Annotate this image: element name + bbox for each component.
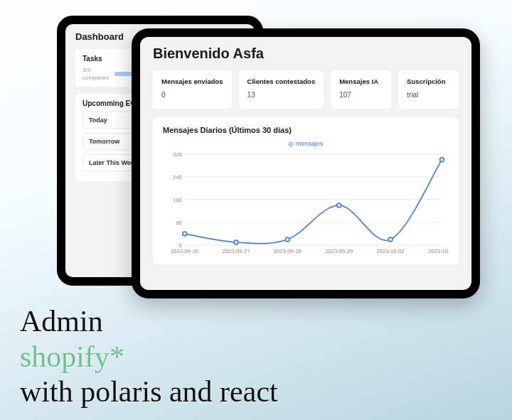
svg-point-18	[285, 237, 289, 242]
svg-text:2023-09-29: 2023-09-29	[325, 248, 353, 254]
headline-line2: shopify*	[20, 340, 278, 375]
svg-point-17	[234, 240, 238, 244]
svg-point-21	[440, 158, 444, 162]
stat-value: 13	[247, 91, 316, 99]
stat-card-mensajes-enviados: Mensajes enviados 0	[153, 70, 232, 109]
legend-label: mensajes	[296, 140, 324, 147]
y-axis: 080160240320	[173, 151, 182, 249]
svg-text:160: 160	[173, 197, 182, 203]
svg-text:2023-09-26: 2023-09-26	[171, 248, 198, 254]
headline-line1: Admin	[20, 304, 278, 340]
headline-line3: with polaris and react	[20, 375, 278, 410]
legend-marker-icon	[289, 142, 293, 146]
svg-text:320: 320	[173, 151, 182, 158]
tasks-progress-text: 3/3	[82, 67, 109, 73]
marketing-headline: Admin shopify* with polaris and react	[20, 304, 278, 410]
stat-label: Mensajes enviados	[161, 77, 223, 85]
chart-grid	[185, 154, 442, 245]
page-title: Bienvenido Asfa	[153, 45, 459, 62]
x-axis: 2023-09-262023-09-272023-09-282023-09-29…	[171, 248, 449, 254]
stat-card-suscripcion: Suscripción trial	[398, 70, 459, 109]
svg-text:240: 240	[173, 174, 182, 181]
svg-text:0: 0	[179, 242, 182, 249]
stat-value: 0	[161, 91, 223, 99]
foreground-tablet: Bienvenido Asfa Mensajes enviados 0 Clie…	[132, 28, 480, 298]
stat-value: trial	[407, 91, 450, 99]
stat-label: Mensajes IA	[339, 77, 383, 85]
series-points	[183, 158, 444, 244]
tasks-completed-text: completed	[82, 75, 109, 81]
svg-text:2023-10-03: 2023-10-03	[428, 248, 449, 254]
line-chart: 080160240320 2023-09-262023-09-272023-09…	[163, 150, 449, 259]
series-line	[185, 160, 442, 244]
chart-title: Mensajes Diarios (Últimos 30 días)	[163, 126, 449, 134]
stat-label: Clientes contestados	[247, 77, 316, 85]
svg-point-19	[337, 203, 341, 208]
stat-card-clientes-contestados: Clientes contestados 13	[239, 70, 324, 109]
chart-legend: mensajes	[163, 140, 449, 147]
svg-point-16	[183, 232, 187, 236]
svg-text:2023-10-02: 2023-10-02	[377, 248, 405, 254]
stat-card-mensajes-ia: Mensajes IA 107	[331, 70, 391, 109]
stat-label: Suscripción	[407, 77, 450, 85]
svg-text:2023-09-27: 2023-09-27	[222, 248, 250, 254]
chart-card: Mensajes Diarios (Últimos 30 días) mensa…	[153, 117, 459, 264]
svg-text:2023-09-28: 2023-09-28	[274, 248, 302, 254]
stat-row: Mensajes enviados 0 Clientes contestados…	[153, 70, 459, 109]
stat-value: 107	[339, 91, 383, 99]
svg-text:80: 80	[176, 220, 182, 226]
svg-point-20	[388, 237, 393, 242]
